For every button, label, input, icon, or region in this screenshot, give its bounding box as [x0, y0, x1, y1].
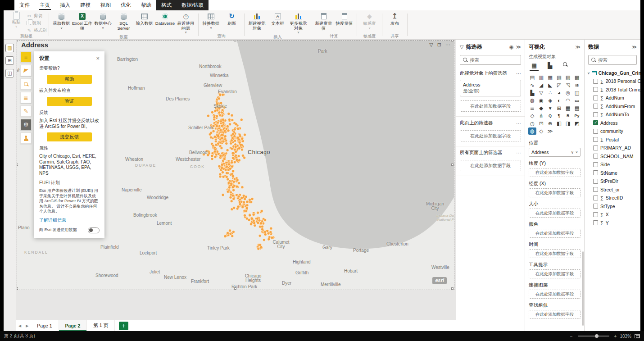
crime-location-dot[interactable]	[232, 180, 235, 183]
field-checkbox[interactable]	[593, 79, 598, 84]
crime-location-dot[interactable]	[207, 114, 209, 117]
learn-more-link[interactable]: 了解详细信息	[39, 217, 66, 223]
crime-location-dot[interactable]	[220, 102, 222, 105]
add-data-field-dropzone[interactable]: 在此处添加数据字段	[529, 290, 581, 299]
visual-type-ribbon-chart[interactable]: ≋	[573, 82, 581, 89]
crime-location-dot[interactable]	[209, 136, 212, 139]
copy-button[interactable]: 复制	[27, 20, 47, 26]
crime-location-dot[interactable]	[212, 125, 215, 127]
visual-type-table[interactable]: ⊞	[555, 105, 563, 112]
crime-location-dot[interactable]	[235, 154, 237, 157]
crime-location-dot[interactable]	[263, 238, 265, 241]
add-data-field-dropzone[interactable]: 在此处添加数据字段	[529, 310, 581, 319]
crime-location-dot[interactable]	[241, 137, 244, 140]
crime-location-dot[interactable]	[242, 194, 245, 197]
field-row-StType[interactable]: StType	[585, 202, 640, 211]
crime-location-dot[interactable]	[264, 218, 267, 221]
crime-location-dot[interactable]	[218, 111, 221, 114]
field-chip[interactable]: Address∨×	[529, 148, 581, 157]
visual-type-power-apps-visual[interactable]: ⊡	[537, 120, 545, 127]
visual-type-line-and-stacked-column-chart[interactable]: ◸	[555, 82, 563, 89]
map-tool-draw-button[interactable]: ✎	[20, 105, 32, 117]
crime-location-dot[interactable]	[246, 204, 249, 207]
crime-location-dot[interactable]	[241, 186, 244, 189]
crime-location-dot[interactable]	[242, 201, 245, 204]
ribbon-tab-建模[interactable]: 建模	[75, 0, 95, 10]
crime-location-dot[interactable]	[220, 147, 223, 150]
field-checkbox[interactable]	[593, 129, 598, 134]
field-checkbox[interactable]	[593, 187, 598, 192]
crime-location-dot[interactable]	[235, 123, 237, 126]
crime-location-dot[interactable]	[213, 136, 216, 138]
zoom-slider[interactable]	[578, 336, 609, 336]
add-data-field-dropzone[interactable]: 在此处添加数据字段	[529, 209, 581, 218]
crime-location-dot[interactable]	[232, 189, 235, 191]
crime-location-dot[interactable]	[211, 155, 213, 157]
visual-type-power-automate-visual[interactable]: ⊕	[546, 120, 554, 127]
crime-location-dot[interactable]	[226, 172, 228, 174]
crime-location-dot[interactable]	[226, 149, 229, 151]
crime-location-dot[interactable]	[205, 150, 208, 153]
page-tab-第-1-页[interactable]: 第 1 页	[87, 320, 115, 331]
crime-location-dot[interactable]	[221, 109, 224, 111]
visual-type-custom-visual-1[interactable]: ◨	[564, 120, 572, 127]
crime-location-dot[interactable]	[229, 196, 232, 199]
crime-location-dot[interactable]	[240, 118, 243, 121]
sidebar-item-data-view[interactable]: ⊞	[5, 56, 14, 65]
database-button[interactable]: 获取数据∨	[51, 11, 72, 30]
ribbon-tab-文件[interactable]: 文件	[14, 0, 35, 10]
field-row-2018-Total-Crime-[interactable]: ∑2018 Total Crime...	[585, 86, 640, 94]
crime-location-dot[interactable]	[227, 113, 230, 115]
crime-location-dot[interactable]	[231, 118, 234, 121]
more-options-icon[interactable]	[516, 71, 521, 77]
visual-type-funnel-chart[interactable]: ▽	[537, 89, 545, 96]
crime-location-dot[interactable]	[223, 129, 226, 132]
visual-type-clustered-column-chart[interactable]: ▧	[555, 74, 563, 81]
selection-handle[interactable]	[451, 164, 454, 166]
visual-more-options-icon[interactable]	[445, 42, 450, 48]
field-checkbox[interactable]	[593, 112, 598, 117]
field-row-Postal[interactable]: ∑Postal	[585, 136, 640, 144]
visual-type-r-script-visual[interactable]: R	[564, 112, 572, 119]
crime-location-dot[interactable]	[228, 229, 231, 232]
collapse-data-icon[interactable]	[631, 44, 637, 50]
crime-location-dot[interactable]	[243, 133, 246, 136]
selection-handle[interactable]	[234, 41, 236, 41]
field-checkbox[interactable]	[593, 154, 598, 159]
crime-location-dot[interactable]	[227, 129, 230, 132]
crime-location-dot[interactable]	[219, 155, 222, 157]
visual-type-stacked-column-chart[interactable]: ▥	[537, 74, 545, 81]
field-checkbox[interactable]	[593, 104, 598, 109]
tab-analytics[interactable]	[562, 62, 564, 71]
crime-location-dot[interactable]	[240, 148, 243, 151]
visual-type-get-more-visuals[interactable]: ≫	[546, 127, 554, 135]
crime-location-dot[interactable]	[211, 111, 213, 114]
help-button[interactable]: 帮助	[47, 75, 92, 84]
field-checkbox[interactable]	[593, 87, 598, 92]
visual-type-scorecard[interactable]: ◧	[555, 120, 563, 127]
add-data-field-dropzone[interactable]: 在此处添加数据字段	[529, 229, 581, 238]
crime-location-dot[interactable]	[261, 225, 263, 228]
filters-search-input[interactable]	[470, 57, 518, 63]
crime-location-dot[interactable]	[219, 173, 222, 176]
crime-location-dot[interactable]	[259, 244, 262, 246]
crime-location-dot[interactable]	[202, 153, 205, 156]
crime-location-dot[interactable]	[264, 233, 267, 236]
field-checkbox[interactable]	[593, 137, 598, 142]
field-checkbox[interactable]	[593, 95, 598, 100]
recent-sources-button[interactable]: 最近使用的源∨	[176, 11, 196, 34]
field-checkbox[interactable]	[593, 220, 598, 225]
crime-location-dot[interactable]	[236, 159, 238, 161]
field-checkbox[interactable]	[593, 145, 598, 150]
sensitivity-button[interactable]: 敏感度∨	[359, 11, 380, 30]
crime-location-dot[interactable]	[221, 171, 224, 174]
crime-location-dot[interactable]	[231, 186, 234, 189]
zoom-out-button[interactable]	[570, 334, 573, 339]
crime-location-dot[interactable]	[217, 142, 220, 145]
chevron-down-icon[interactable]: ∨	[587, 71, 590, 75]
visual-type-gauge[interactable]: ◠	[564, 97, 572, 104]
crime-location-dot[interactable]	[231, 114, 233, 117]
more-options-icon[interactable]	[516, 120, 521, 126]
crime-location-dot[interactable]	[228, 186, 231, 189]
add-data-field-dropzone[interactable]: 在此处添加数据字段	[529, 269, 581, 278]
